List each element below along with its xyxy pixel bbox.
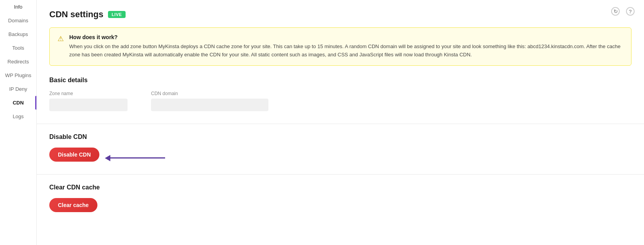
refresh-icon[interactable]: ↻ [611, 7, 620, 16]
clear-cache-button[interactable]: Clear cache [49, 198, 97, 212]
divider-1 [37, 124, 644, 124]
clear-cache-section: Clear CDN cache Clear cache [49, 184, 631, 212]
disable-cdn-title: Disable CDN [49, 133, 631, 141]
zone-name-field: Zone name [49, 91, 135, 111]
disable-cdn-row: Disable CDN [49, 148, 631, 162]
sidebar-item-logs[interactable]: Logs [0, 110, 36, 123]
cdn-domain-label: CDN domain [151, 91, 268, 96]
sidebar-item-redirects[interactable]: Redirects [0, 55, 36, 68]
divider-2 [37, 174, 644, 175]
sidebar-item-wp-plugins[interactable]: WP Plugins [0, 68, 36, 82]
info-box: ⚠ How does it work? When you click on th… [49, 27, 631, 66]
main-content: ↻ ? CDN settings LIVE ⚠ How does it work… [37, 0, 644, 245]
basic-details-title: Basic details [49, 77, 631, 84]
sidebar-item-ip-deny[interactable]: IP Deny [0, 82, 36, 96]
sidebar-item-backups[interactable]: Backups [0, 27, 36, 41]
help-icon[interactable]: ? [626, 7, 635, 16]
sidebar-item-info[interactable]: Info [0, 0, 36, 14]
zone-name-label: Zone name [49, 91, 135, 96]
page-title-row: CDN settings LIVE [49, 9, 631, 20]
page-title: CDN settings [49, 9, 103, 20]
live-badge: LIVE [108, 11, 125, 18]
top-icons-bar: ↻ ? [611, 7, 635, 16]
arrow-head-icon [105, 155, 110, 161]
basic-details-section: Basic details Zone name CDN domain [49, 77, 631, 111]
disable-cdn-section: Disable CDN Disable CDN [49, 133, 631, 162]
clear-cache-title: Clear CDN cache [49, 184, 631, 191]
arrow-annotation [106, 155, 165, 161]
warning-icon: ⚠ [58, 34, 64, 43]
arrow-line [110, 157, 165, 159]
disable-cdn-button[interactable]: Disable CDN [49, 148, 99, 162]
zone-name-value [49, 99, 128, 111]
fields-row: Zone name CDN domain [49, 91, 631, 111]
cdn-domain-value [151, 99, 268, 111]
info-box-description: When you click on the add zone button My… [69, 43, 623, 59]
cdn-domain-field: CDN domain [151, 91, 268, 111]
sidebar: Info Domains Backups Tools Redirects WP … [0, 0, 37, 245]
sidebar-item-tools[interactable]: Tools [0, 41, 36, 55]
sidebar-item-domains[interactable]: Domains [0, 14, 36, 27]
info-box-title: How does it work? [69, 34, 623, 40]
sidebar-item-cdn[interactable]: CDN [0, 96, 36, 110]
info-box-text: How does it work? When you click on the … [69, 34, 623, 59]
